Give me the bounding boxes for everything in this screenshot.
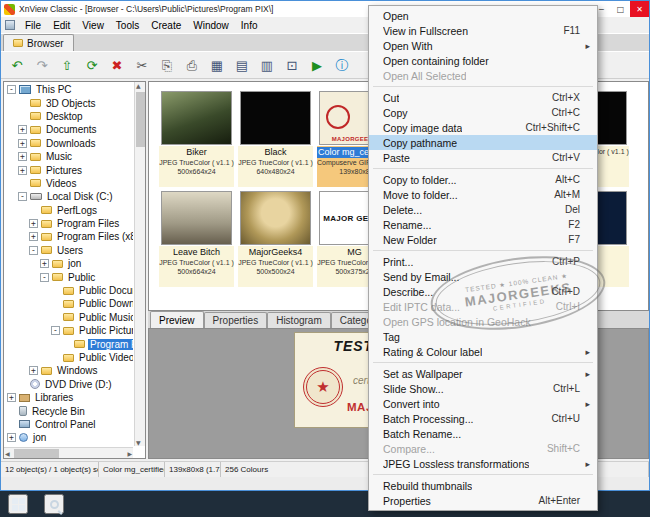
tree-item[interactable]: - Public	[5, 270, 133, 283]
close-button[interactable]: ✕	[630, 1, 649, 17]
context-menu-item[interactable]: Convert into ▸	[369, 396, 597, 411]
context-menu-item[interactable]: Open GPS location in GeoHack	[369, 314, 597, 329]
toolbar-button[interactable]: ⇧	[55, 53, 79, 77]
maximize-button[interactable]: □	[611, 1, 630, 17]
toolbar-button[interactable]: ⓘ	[330, 53, 354, 77]
toolbar-button[interactable]: ⎘	[155, 53, 179, 77]
context-menu-item[interactable]: Properties Alt+Enter	[369, 493, 597, 508]
toolbar-button[interactable]: ▦	[205, 53, 229, 77]
toolbar-button[interactable]: ⟳	[80, 53, 104, 77]
tree-item[interactable]: + Pictures	[5, 163, 133, 176]
tree-expander-icon[interactable]: +	[18, 166, 27, 175]
menu-bar-item[interactable]: View	[76, 19, 110, 32]
tree-item[interactable]: + Music	[5, 150, 133, 163]
context-menu-item[interactable]: Open containing folder	[369, 53, 597, 68]
context-menu-item[interactable]: Send by Email...	[369, 269, 597, 284]
tree-expander-icon[interactable]: -	[40, 273, 49, 282]
tree-expander-icon[interactable]: +	[29, 232, 38, 241]
tree-vertical-scrollbar[interactable]	[134, 82, 145, 446]
thumbnail-cell[interactable]: Biker JPEG TrueColor ( v1.1 ) 500x664x24	[158, 89, 235, 187]
context-menu-item[interactable]: Cut Ctrl+X	[369, 90, 597, 105]
context-menu-item[interactable]: New Folder F7	[369, 232, 597, 247]
preview-tab[interactable]: Preview	[150, 311, 204, 328]
thumbnail-cell[interactable]: Black JPEG TrueColor ( v1.1 ) 640x480x24	[237, 89, 314, 187]
preview-tab[interactable]: Properties	[204, 312, 268, 328]
context-menu-item[interactable]	[369, 247, 597, 254]
context-menu-item[interactable]: Batch Processing... Ctrl+U	[369, 411, 597, 426]
tree-item[interactable]: + Program Files	[5, 217, 133, 230]
toolbar-button[interactable]: ↷	[30, 53, 54, 77]
tree-expander-icon[interactable]: -	[7, 85, 16, 94]
tree-item[interactable]: Desktop	[5, 110, 133, 123]
tree-item[interactable]: Public Videos	[5, 351, 133, 364]
context-menu-item[interactable]: Edit IPTC data... Ctrl+I	[369, 299, 597, 314]
menu-bar-item[interactable]: Info	[235, 19, 264, 32]
tree-item[interactable]: - Public Pictures	[5, 324, 133, 337]
context-menu-item[interactable]: Paste Ctrl+V	[369, 150, 597, 165]
thumbnail-cell[interactable]: MajorGeeks4 JPEG TrueColor ( v1.1 ) 500x…	[237, 189, 314, 287]
scrollbar-thumb[interactable]	[136, 92, 145, 147]
menu-bar-item[interactable]: File	[19, 19, 47, 32]
tree-item[interactable]: Videos	[5, 177, 133, 190]
tree-expander-icon[interactable]: +	[7, 393, 16, 402]
context-menu-item[interactable]: Tag	[369, 329, 597, 344]
toolbar-button[interactable]: ▤	[230, 53, 254, 77]
tree-expander-icon[interactable]: +	[18, 125, 27, 134]
menu-bar-item[interactable]: Edit	[47, 19, 76, 32]
tree-expander-icon[interactable]: -	[18, 192, 27, 201]
tree-item[interactable]: Public Downloa	[5, 297, 133, 310]
context-menu-item[interactable]: Rating & Colour label ▸	[369, 344, 597, 359]
taskbar-button[interactable]	[8, 494, 28, 514]
context-menu-item[interactable]: Delete... Del	[369, 202, 597, 217]
context-menu-item[interactable]: Copy to folder... Alt+C	[369, 172, 597, 187]
context-menu-item[interactable]: Describe... Ctrl+D	[369, 284, 597, 299]
context-menu-item[interactable]: Open	[369, 8, 597, 23]
tree-expander-icon[interactable]: +	[29, 219, 38, 228]
tree-item[interactable]: + jon	[5, 431, 133, 444]
menu-bar-item[interactable]: Window	[187, 19, 235, 32]
context-menu-item[interactable]: Open All Selected	[369, 68, 597, 83]
toolbar-button[interactable]: ↶	[5, 53, 29, 77]
context-menu-item[interactable]: Copy pathname	[369, 135, 597, 150]
toolbar-button[interactable]: ✖	[105, 53, 129, 77]
tree-item[interactable]: + Documents	[5, 123, 133, 136]
context-menu-item[interactable]: Copy Ctrl+C	[369, 105, 597, 120]
tree-expander-icon[interactable]: +	[40, 259, 49, 268]
tree-expander-icon[interactable]: +	[29, 366, 38, 375]
tree-item[interactable]: Public Music	[5, 311, 133, 324]
toolbar-button[interactable]: ⎙	[180, 53, 204, 77]
taskbar-button[interactable]	[44, 494, 64, 514]
tree-horizontal-scrollbar[interactable]	[4, 447, 133, 458]
context-menu-item[interactable]: JPEG Lossless transformations ▸	[369, 456, 597, 471]
tree-item[interactable]: + Program Files (x86)	[5, 230, 133, 243]
context-menu-item[interactable]	[369, 471, 597, 478]
tree-expander-icon[interactable]: -	[29, 246, 38, 255]
context-menu-item[interactable]	[369, 83, 597, 90]
thumbnail-cell[interactable]: Leave Bitch JPEG TrueColor ( v1.1 ) 500x…	[158, 189, 235, 287]
scrollbar-thumb[interactable]	[14, 449, 59, 458]
tab-browser[interactable]: Browser	[3, 34, 74, 51]
menu-bar-item[interactable]: Tools	[110, 19, 145, 32]
menu-bar-item[interactable]: Create	[145, 19, 187, 32]
context-menu-item[interactable]	[369, 165, 597, 172]
tree-expander-icon[interactable]: -	[51, 326, 60, 335]
tree-expander-icon[interactable]: +	[18, 152, 27, 161]
tree-item[interactable]: Program PIX	[5, 337, 133, 350]
context-menu-item[interactable]: Slide Show... Ctrl+L	[369, 381, 597, 396]
tree-item[interactable]: 3D Objects	[5, 96, 133, 109]
tree-item[interactable]: Recycle Bin	[5, 404, 133, 417]
tree-item[interactable]: - This PC	[5, 83, 133, 96]
tree-item[interactable]: DVD Drive (D:)	[5, 378, 133, 391]
context-menu-item[interactable]: Rename... F2	[369, 217, 597, 232]
tree-item[interactable]: + jon	[5, 257, 133, 270]
toolbar-button[interactable]: ▥	[255, 53, 279, 77]
context-menu-item[interactable]: Batch Rename...	[369, 426, 597, 441]
tree-item[interactable]: + Libraries	[5, 391, 133, 404]
context-menu-item[interactable]	[369, 359, 597, 366]
tree-item[interactable]: Public Docume	[5, 284, 133, 297]
preview-tab[interactable]: Histogram	[267, 312, 331, 328]
context-menu-item[interactable]: Set as Wallpaper ▸	[369, 366, 597, 381]
context-menu-item[interactable]: Print... Ctrl+P	[369, 254, 597, 269]
context-menu-item[interactable]: Open With ▸	[369, 38, 597, 53]
toolbar-button[interactable]: ✂	[130, 53, 154, 77]
